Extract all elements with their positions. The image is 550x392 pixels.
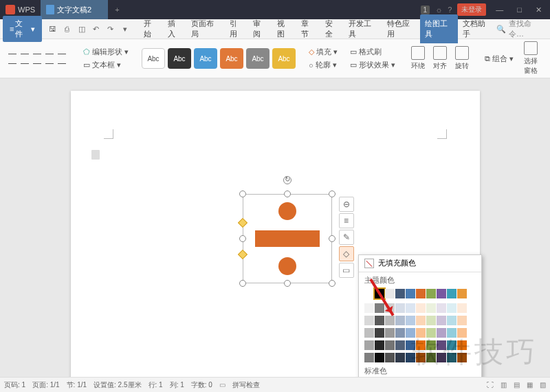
color-swatch[interactable] <box>416 340 426 350</box>
float-tool-3[interactable]: ◇ <box>339 246 354 261</box>
view-outline-icon[interactable]: ▧ <box>540 381 546 389</box>
color-swatch[interactable] <box>375 328 384 338</box>
menu-tab-8[interactable]: 开发工具 <box>344 14 382 43</box>
view-print-icon[interactable]: ▤ <box>514 381 520 389</box>
color-swatch[interactable] <box>437 289 446 298</box>
color-swatch[interactable] <box>375 353 384 362</box>
resize-handle[interactable] <box>329 190 336 197</box>
color-swatch[interactable] <box>395 289 405 298</box>
color-swatch[interactable] <box>457 353 467 362</box>
notification-badge[interactable]: 1 <box>421 6 430 14</box>
menu-tab-6[interactable]: 章节 <box>296 14 320 43</box>
qat-save-icon[interactable]: 🖫 <box>47 25 58 34</box>
color-swatch[interactable] <box>406 303 415 313</box>
menu-tab-7[interactable]: 安全 <box>320 14 344 43</box>
color-swatch[interactable] <box>447 353 456 362</box>
color-swatch[interactable] <box>406 340 415 350</box>
color-swatch[interactable] <box>447 303 456 313</box>
color-swatch[interactable] <box>457 340 467 350</box>
color-swatch[interactable] <box>406 316 415 325</box>
color-swatch[interactable] <box>447 289 456 298</box>
color-swatch[interactable] <box>426 316 436 325</box>
feedback-icon[interactable]: ? <box>448 6 452 14</box>
color-swatch[interactable] <box>416 303 426 313</box>
color-swatch[interactable] <box>406 328 415 338</box>
lines-gallery[interactable] <box>4 48 70 69</box>
qat-undo-icon[interactable]: ↶ <box>91 25 102 34</box>
color-swatch[interactable] <box>395 328 405 338</box>
color-swatch[interactable] <box>437 303 446 313</box>
status-input-icon[interactable]: ▭ <box>219 381 226 389</box>
color-swatch[interactable] <box>385 353 395 362</box>
color-swatch[interactable] <box>416 328 426 338</box>
color-swatch[interactable] <box>364 353 374 362</box>
qat-redo-icon[interactable]: ↷ <box>105 25 116 34</box>
wrap-button[interactable]: 环绕 <box>408 45 428 72</box>
menu-tab-0[interactable]: 开始 <box>139 14 163 43</box>
color-swatch[interactable] <box>395 316 405 325</box>
selected-shape-divide[interactable] <box>243 194 332 283</box>
view-read-icon[interactable]: ▥ <box>500 381 507 389</box>
menu-tab-4[interactable]: 审阅 <box>248 14 272 43</box>
status-position[interactable]: 设置值: 2.5厘米 <box>94 380 141 390</box>
menu-tab-5[interactable]: 视图 <box>272 14 296 43</box>
color-swatch[interactable] <box>364 316 374 325</box>
selection-pane-button[interactable]: 选择窗格 <box>521 40 540 77</box>
menu-tab-2[interactable]: 页面布局 <box>186 14 224 43</box>
document-canvas[interactable]: ⊖≡✎◇▭ 无填充颜色 主题颜色 标准色 其他填充颜 ✎取色器(E) 渐变(G) <box>0 78 550 377</box>
resize-handle[interactable] <box>239 235 246 242</box>
maximize-button[interactable]: □ <box>513 6 526 14</box>
resize-handle[interactable] <box>284 190 291 197</box>
no-fill-option[interactable]: 无填充颜色 <box>359 255 481 271</box>
shape-styles-gallery[interactable]: AbcAbcAbcAbcAbcAbc <box>142 48 296 69</box>
color-swatch[interactable] <box>426 328 436 338</box>
color-swatch[interactable] <box>416 316 426 325</box>
menu-tab-9[interactable]: 特色应用 <box>382 14 420 43</box>
color-swatch[interactable] <box>447 316 456 325</box>
color-swatch[interactable] <box>447 328 456 338</box>
color-swatch[interactable] <box>364 289 374 298</box>
color-swatch[interactable] <box>375 303 384 313</box>
menu-tab-1[interactable]: 插入 <box>163 14 187 43</box>
resize-handle[interactable] <box>329 235 336 242</box>
color-swatch[interactable] <box>375 340 384 350</box>
color-swatch[interactable] <box>437 340 446 350</box>
new-tab-button[interactable]: + <box>108 6 126 14</box>
status-words[interactable]: 字数: 0 <box>191 380 212 390</box>
color-swatch[interactable] <box>416 289 426 298</box>
document-tab[interactable]: 文字文稿2 <box>41 0 108 19</box>
color-swatch[interactable] <box>395 340 405 350</box>
status-line[interactable]: 行: 1 <box>148 380 163 390</box>
minimize-button[interactable]: — <box>492 6 507 14</box>
color-swatch[interactable] <box>457 316 467 325</box>
menu-tab-10[interactable]: 绘图工具 <box>420 14 458 43</box>
status-col[interactable]: 列: 1 <box>170 380 184 390</box>
group-button[interactable]: ⧉组合▾ <box>483 53 516 65</box>
resize-handle[interactable] <box>284 280 291 287</box>
color-swatch[interactable] <box>364 328 374 338</box>
outline-button[interactable]: ○轮廓▾ <box>307 59 340 71</box>
view-web-icon[interactable]: ▦ <box>527 381 533 389</box>
float-tool-0[interactable]: ⊖ <box>339 197 354 212</box>
align-button[interactable]: 对齐 <box>430 45 450 72</box>
color-swatch[interactable] <box>406 289 415 298</box>
rotate-handle[interactable] <box>283 176 292 184</box>
color-swatch[interactable] <box>437 316 446 325</box>
color-swatch[interactable] <box>385 340 395 350</box>
color-swatch[interactable] <box>426 289 436 298</box>
menu-tab-3[interactable]: 引用 <box>225 14 249 43</box>
color-swatch[interactable] <box>395 353 405 362</box>
color-swatch[interactable] <box>385 289 395 298</box>
color-swatch[interactable] <box>426 353 436 362</box>
file-menu[interactable]: ≡文件▾ <box>3 16 42 42</box>
color-swatch[interactable] <box>375 316 384 325</box>
status-page-num[interactable]: 页码: 1 <box>4 380 25 390</box>
color-swatch[interactable] <box>457 303 467 313</box>
color-swatch[interactable] <box>426 303 436 313</box>
edit-shape-button[interactable]: ⬠编辑形状▾ <box>81 46 131 58</box>
color-swatch[interactable] <box>457 289 467 298</box>
qat-dropdown-icon[interactable]: ▾ <box>120 25 131 34</box>
color-swatch[interactable] <box>364 340 374 350</box>
float-tool-2[interactable]: ✎ <box>339 230 354 245</box>
color-swatch[interactable] <box>426 340 436 350</box>
